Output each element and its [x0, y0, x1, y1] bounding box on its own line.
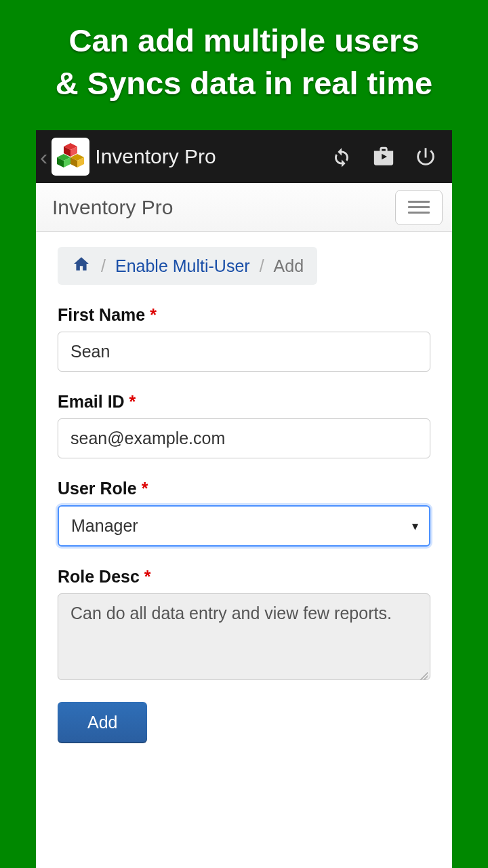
email-group: Email ID *	[58, 392, 430, 458]
required-mark: *	[150, 305, 157, 324]
user-role-select[interactable]: Manager	[58, 505, 430, 547]
role-desc-label-text: Role Desc	[58, 567, 140, 586]
appbar-actions	[321, 136, 447, 177]
first-name-input[interactable]	[58, 332, 430, 372]
user-role-label-text: User Role	[58, 479, 137, 498]
appbar: ‹ Inventory Pro	[36, 130, 452, 183]
breadcrumb-sep: /	[101, 256, 106, 276]
device-frame: ‹ Inventory Pro	[36, 130, 452, 868]
back-button[interactable]: ‹	[39, 145, 49, 168]
breadcrumb-sep: /	[260, 256, 264, 276]
breadcrumb-current: Add	[274, 256, 304, 276]
user-role-label: User Role *	[58, 479, 430, 498]
navbar-title: Inventory Pro	[52, 196, 173, 219]
first-name-label: First Name *	[58, 305, 430, 325]
add-button[interactable]: Add	[58, 702, 147, 743]
user-role-group: User Role * Manager	[58, 479, 430, 547]
email-input[interactable]	[58, 418, 430, 458]
promo-line2: & Syncs data in real time	[56, 65, 432, 101]
first-name-label-text: First Name	[58, 305, 145, 324]
shop-icon[interactable]	[363, 136, 405, 177]
role-desc-group: Role Desc *	[58, 567, 430, 683]
breadcrumb: / Enable Multi-User / Add	[58, 247, 317, 285]
power-icon[interactable]	[405, 136, 447, 177]
content: / Enable Multi-User / Add First Name * E…	[36, 232, 452, 764]
promo-headline: Can add multiple users & Syncs data in r…	[0, 0, 488, 119]
email-label-text: Email ID	[58, 392, 125, 411]
required-mark: *	[129, 392, 136, 411]
role-desc-textarea-wrap	[58, 593, 430, 683]
refresh-icon[interactable]	[321, 136, 363, 177]
navbar: Inventory Pro	[36, 183, 452, 232]
appbar-title: Inventory Pro	[95, 145, 321, 168]
email-label: Email ID *	[58, 392, 430, 412]
required-mark: *	[144, 567, 151, 586]
promo-line1: Can add multiple users	[68, 22, 419, 58]
role-desc-textarea[interactable]	[58, 593, 430, 680]
app-logo[interactable]	[52, 138, 89, 176]
user-role-select-wrap: Manager	[58, 505, 430, 547]
first-name-group: First Name *	[58, 305, 430, 372]
breadcrumb-link[interactable]: Enable Multi-User	[115, 256, 250, 276]
home-icon[interactable]	[71, 255, 92, 277]
required-mark: *	[142, 479, 148, 498]
hamburger-menu[interactable]	[395, 190, 443, 225]
role-desc-label: Role Desc *	[58, 567, 430, 587]
boxes-icon	[54, 140, 87, 173]
